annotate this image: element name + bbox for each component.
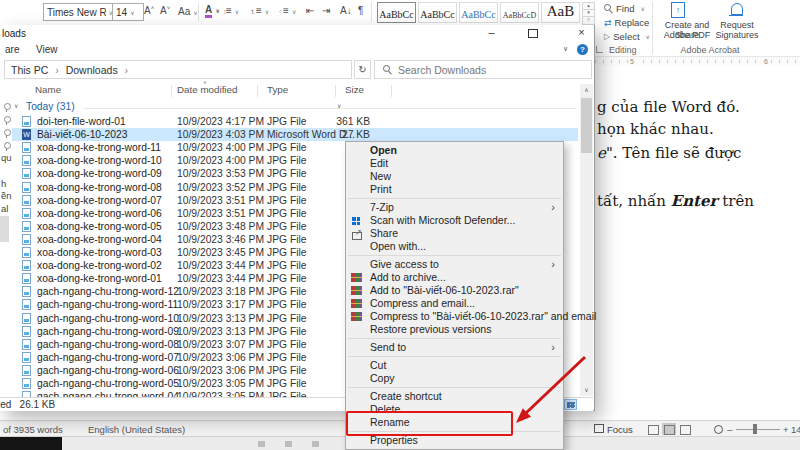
selection-size: 26.1 KB: [20, 399, 56, 410]
context-menu-item-add-to-archive[interactable]: Add to archive...: [346, 271, 563, 284]
breadcrumb-downloads[interactable]: Downloads: [66, 64, 118, 76]
font-size-combobox[interactable]: 14 ∨: [112, 3, 144, 21]
read-mode-button[interactable]: [646, 423, 660, 435]
group-header[interactable]: Today (31): [26, 101, 75, 112]
refresh-button[interactable]: ↻: [354, 60, 371, 79]
context-menu-item-send-to[interactable]: Send to›: [346, 341, 563, 354]
search-input[interactable]: Search Downloads: [374, 60, 592, 79]
style-gallery-item[interactable]: AaBbCc: [459, 2, 498, 23]
style-gallery-item[interactable]: AaBbCc: [377, 2, 416, 23]
increase-indent-button[interactable]: ⇥: [322, 5, 330, 16]
context-menu-item-delete[interactable]: Delete: [346, 403, 563, 416]
zoom-in-button[interactable]: +: [783, 424, 789, 435]
thumbnails-view-button[interactable]: [564, 399, 577, 410]
context-menu-item-properties[interactable]: Properties: [346, 434, 563, 447]
context-menu-item-scan-with-microsoft-defender[interactable]: Scan with Microsoft Defender...: [346, 214, 563, 227]
menu-item-label: Delete: [370, 403, 400, 415]
context-menu-item-cut[interactable]: Cut: [346, 359, 563, 372]
multilevel-list-button[interactable]: ⁘≡∨: [278, 5, 296, 16]
column-header-type[interactable]: Type: [267, 84, 288, 95]
find-button[interactable]: Find∨: [604, 3, 645, 14]
font-name-combobox[interactable]: Times New Roma ∨: [43, 3, 117, 21]
help-icon[interactable]: ?: [577, 44, 588, 55]
style-gallery-item[interactable]: AaB: [541, 2, 580, 23]
breadcrumb-this-pc[interactable]: This PC: [11, 64, 48, 76]
context-menu-item-add-to-b-i-vi-t-06-10-2023-rar[interactable]: Add to "Bài-viết-06-10-2023.rar": [346, 284, 563, 297]
file-row[interactable]: WBài-viết-06-10-202310/9/2023 4:03 PMMic…: [12, 128, 578, 141]
style-gallery-item[interactable]: AaBbCcD: [500, 2, 539, 23]
context-menu-item-share[interactable]: Share: [346, 227, 563, 240]
minimize-button[interactable]: –: [477, 25, 506, 42]
print-layout-button[interactable]: [662, 423, 676, 435]
context-menu-item-give-access-to[interactable]: Give access to›: [346, 258, 563, 271]
word-count[interactable]: of 3935 words: [3, 424, 63, 435]
decrease-indent-button[interactable]: ⇤: [306, 5, 314, 16]
jpg-file-icon: [22, 168, 31, 179]
ribbon-collapse-icon[interactable]: ∨: [563, 45, 568, 53]
nav-item-fragment[interactable]: h: [1, 178, 6, 189]
address-bar[interactable]: This PC › Downloads › ∨: [4, 60, 352, 79]
menu-item-label: Edit: [370, 157, 388, 169]
context-menu-item-7-zip[interactable]: 7-Zip›: [346, 201, 563, 214]
zoom-out-button[interactable]: –: [727, 424, 732, 435]
create-and-share-adobe-pdf-button[interactable]: [654, 1, 720, 43]
column-divider[interactable]: [335, 85, 336, 97]
column-header-name[interactable]: Name: [35, 84, 61, 95]
scroll-thumb[interactable]: [581, 98, 592, 153]
replace-button[interactable]: ⇄ Replace: [604, 17, 649, 28]
accessibility-icon[interactable]: [714, 425, 723, 434]
context-menu-item-create-shortcut[interactable]: Create shortcut: [346, 390, 563, 403]
context-menu-item-compress-to-b-i-vi-t-06-10-2023-rar-and-email[interactable]: Compress to "Bài-viết-06-10-2023.rar" an…: [346, 310, 563, 323]
style-gallery-item[interactable]: AaBbCc: [418, 2, 457, 23]
pilcrow-button[interactable]: ¶: [358, 5, 363, 16]
list-scrollbar[interactable]: ∧ ∨: [580, 84, 593, 396]
nav-item-fragment[interactable]: qu: [1, 152, 12, 163]
gallery-more-icon[interactable]: ▿: [582, 16, 595, 25]
font-color-button[interactable]: A∨: [205, 4, 220, 18]
context-menu-item-edit[interactable]: Edit: [346, 157, 563, 170]
zoom-slider-track[interactable]: [736, 429, 780, 430]
context-menu-item-restore-previous-versions[interactable]: Restore previous versions: [346, 323, 563, 336]
context-menu-item-new[interactable]: New: [346, 170, 563, 183]
context-menu-item-copy[interactable]: Copy: [346, 372, 563, 385]
column-divider[interactable]: [391, 85, 392, 97]
nav-item-fragment[interactable]: ền: [1, 190, 12, 201]
jpg-file-icon: [22, 326, 31, 337]
explorer-title-bar[interactable]: loads – ×: [0, 25, 593, 42]
file-row[interactable]: doi-ten-file-word-0110/9/2023 4:17 PMJPG…: [12, 115, 578, 128]
tab-view[interactable]: View: [36, 44, 58, 55]
column-divider[interactable]: [257, 85, 258, 97]
language-status[interactable]: English (United States): [88, 424, 185, 435]
zoom-percent[interactable]: 140%: [791, 424, 800, 435]
context-menu-item-compress-and-email[interactable]: Compress and email...: [346, 297, 563, 310]
maximize-button[interactable]: [518, 25, 547, 42]
column-divider[interactable]: [171, 85, 172, 97]
context-menu-item-open[interactable]: Open: [346, 144, 563, 157]
bullets-button[interactable]: ⁝≡∨: [224, 5, 239, 16]
column-header-size[interactable]: Size: [345, 84, 364, 95]
focus-button[interactable]: Focus: [594, 424, 633, 435]
request-signatures-button[interactable]: [712, 1, 762, 43]
styles-dialog-launcher[interactable]: [596, 46, 603, 53]
close-button[interactable]: ×: [567, 25, 596, 42]
column-header-date[interactable]: Date modified: [177, 84, 237, 95]
context-menu-item-rename[interactable]: Rename: [346, 416, 563, 429]
scroll-up-icon[interactable]: ∧: [580, 84, 593, 96]
shrink-font-button[interactable]: A˅: [160, 5, 170, 16]
select-button[interactable]: ▷ Select∨: [604, 31, 650, 42]
nav-scroll-thumb[interactable]: [0, 216, 9, 242]
zoom-slider-thumb[interactable]: [753, 424, 757, 434]
context-menu-item-print[interactable]: Print: [346, 183, 563, 196]
change-case-button[interactable]: Aa∨: [178, 6, 198, 17]
numbering-button[interactable]: ⒈≡∨: [250, 5, 269, 17]
grow-font-button[interactable]: A˄: [144, 5, 154, 16]
tab-share[interactable]: are: [5, 44, 19, 55]
sort-button[interactable]: A↓: [340, 5, 352, 16]
web-layout-button[interactable]: [678, 423, 692, 435]
group-collapse-icon[interactable]: ∨: [14, 102, 18, 109]
taskbar-dark-window[interactable]: [0, 437, 62, 450]
nav-item-fragment[interactable]: al: [1, 203, 8, 214]
scroll-down-icon[interactable]: ∨: [580, 384, 593, 396]
file-fd: 10/9/2023 3:51 PM: [177, 195, 264, 206]
context-menu-item-open-with[interactable]: Open with...: [346, 240, 563, 253]
